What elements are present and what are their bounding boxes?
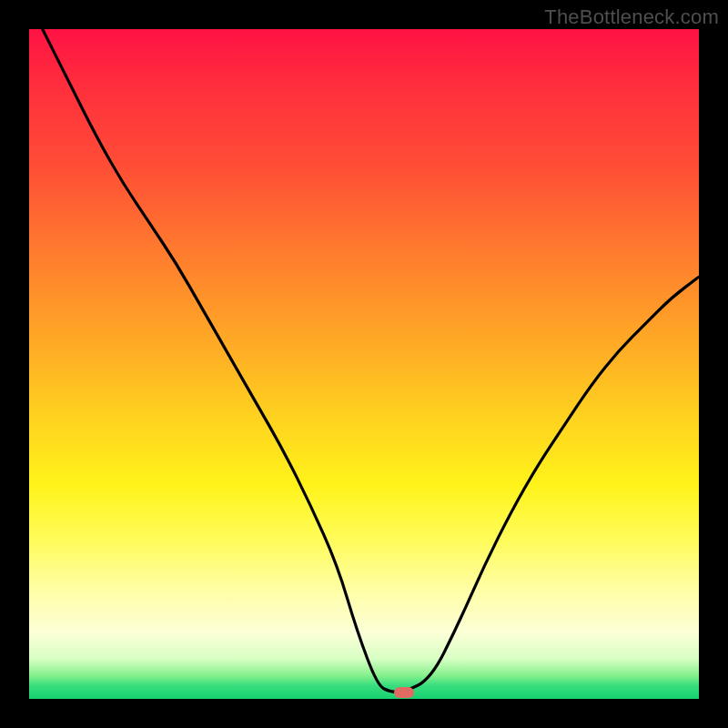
bottleneck-curve <box>29 29 699 699</box>
optimal-marker <box>394 687 414 698</box>
chart-frame: TheBottleneck.com <box>0 0 728 728</box>
plot-area <box>29 29 699 699</box>
curve-path <box>43 29 699 693</box>
watermark-text: TheBottleneck.com <box>544 5 719 29</box>
